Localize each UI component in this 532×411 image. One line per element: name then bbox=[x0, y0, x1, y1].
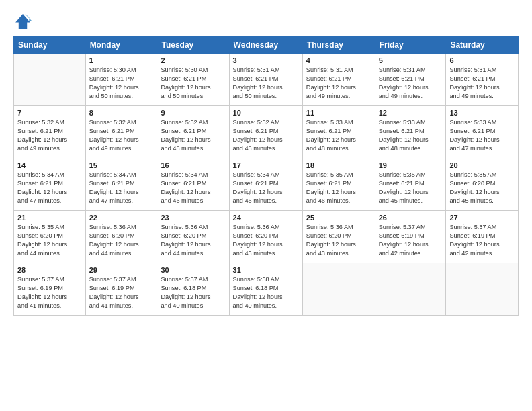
day-info: Sunrise: 5:37 AMSunset: 6:19 PMDaylight:… bbox=[449, 223, 515, 258]
day-number: 31 bbox=[233, 266, 299, 274]
header-friday: Friday bbox=[375, 37, 446, 54]
day-number: 11 bbox=[306, 109, 371, 117]
day-info: Sunrise: 5:30 AMSunset: 6:21 PMDaylight:… bbox=[161, 66, 225, 101]
day-number: 5 bbox=[379, 56, 443, 64]
day-number: 25 bbox=[306, 214, 371, 222]
day-info: Sunrise: 5:30 AMSunset: 6:21 PMDaylight:… bbox=[89, 66, 154, 101]
calendar-cell: 28Sunrise: 5:37 AMSunset: 6:19 PMDayligh… bbox=[14, 263, 86, 316]
calendar-cell: 14Sunrise: 5:34 AMSunset: 6:21 PMDayligh… bbox=[14, 158, 86, 211]
day-info: Sunrise: 5:35 AMSunset: 6:21 PMDaylight:… bbox=[306, 171, 371, 205]
header-tuesday: Tuesday bbox=[157, 37, 229, 54]
calendar-week-5: 28Sunrise: 5:37 AMSunset: 6:19 PMDayligh… bbox=[14, 263, 519, 316]
calendar-cell: 10Sunrise: 5:32 AMSunset: 6:21 PMDayligh… bbox=[229, 106, 302, 158]
day-number: 8 bbox=[89, 109, 154, 117]
header-saturday: Saturday bbox=[446, 37, 519, 54]
calendar-header-row: SundayMondayTuesdayWednesdayThursdayFrid… bbox=[14, 37, 519, 54]
calendar-cell: 19Sunrise: 5:35 AMSunset: 6:21 PMDayligh… bbox=[375, 158, 446, 211]
calendar-cell: 1Sunrise: 5:30 AMSunset: 6:21 PMDaylight… bbox=[85, 54, 157, 106]
day-info: Sunrise: 5:36 AMSunset: 6:20 PMDaylight:… bbox=[161, 223, 225, 258]
header bbox=[13, 12, 519, 31]
day-number: 15 bbox=[89, 161, 154, 169]
calendar-cell: 24Sunrise: 5:36 AMSunset: 6:20 PMDayligh… bbox=[229, 211, 302, 263]
day-number: 21 bbox=[17, 214, 82, 222]
day-number: 2 bbox=[161, 56, 225, 64]
day-info: Sunrise: 5:36 AMSunset: 6:20 PMDaylight:… bbox=[306, 223, 371, 258]
calendar-cell bbox=[446, 263, 519, 316]
day-number: 1 bbox=[89, 56, 154, 64]
calendar-cell: 4Sunrise: 5:31 AMSunset: 6:21 PMDaylight… bbox=[302, 54, 375, 106]
calendar-week-4: 21Sunrise: 5:35 AMSunset: 6:20 PMDayligh… bbox=[14, 211, 519, 263]
day-info: Sunrise: 5:33 AMSunset: 6:21 PMDaylight:… bbox=[306, 118, 371, 153]
calendar-week-2: 7Sunrise: 5:32 AMSunset: 6:21 PMDaylight… bbox=[14, 106, 519, 158]
day-number: 7 bbox=[17, 109, 82, 117]
day-info: Sunrise: 5:34 AMSunset: 6:21 PMDaylight:… bbox=[17, 171, 82, 205]
day-info: Sunrise: 5:37 AMSunset: 6:18 PMDaylight:… bbox=[161, 275, 225, 310]
day-info: Sunrise: 5:32 AMSunset: 6:21 PMDaylight:… bbox=[89, 118, 154, 153]
calendar-cell bbox=[302, 263, 375, 316]
day-info: Sunrise: 5:35 AMSunset: 6:21 PMDaylight:… bbox=[379, 171, 443, 205]
calendar-cell: 17Sunrise: 5:34 AMSunset: 6:21 PMDayligh… bbox=[229, 158, 302, 211]
calendar-cell: 16Sunrise: 5:34 AMSunset: 6:21 PMDayligh… bbox=[157, 158, 229, 211]
calendar-cell: 18Sunrise: 5:35 AMSunset: 6:21 PMDayligh… bbox=[302, 158, 375, 211]
calendar-cell: 26Sunrise: 5:37 AMSunset: 6:19 PMDayligh… bbox=[375, 211, 446, 263]
calendar-cell: 25Sunrise: 5:36 AMSunset: 6:20 PMDayligh… bbox=[302, 211, 375, 263]
day-info: Sunrise: 5:31 AMSunset: 6:21 PMDaylight:… bbox=[449, 66, 515, 101]
header-wednesday: Wednesday bbox=[229, 37, 302, 54]
day-number: 16 bbox=[161, 161, 225, 169]
calendar-cell: 22Sunrise: 5:36 AMSunset: 6:20 PMDayligh… bbox=[85, 211, 157, 263]
day-number: 28 bbox=[17, 266, 82, 274]
day-number: 12 bbox=[379, 109, 443, 117]
day-info: Sunrise: 5:31 AMSunset: 6:21 PMDaylight:… bbox=[379, 66, 443, 101]
day-number: 3 bbox=[233, 56, 299, 64]
day-number: 30 bbox=[161, 266, 225, 274]
day-info: Sunrise: 5:32 AMSunset: 6:21 PMDaylight:… bbox=[161, 118, 225, 153]
day-number: 24 bbox=[233, 214, 299, 222]
day-number: 26 bbox=[379, 214, 443, 222]
svg-marker-0 bbox=[15, 14, 30, 29]
day-number: 17 bbox=[233, 161, 299, 169]
header-monday: Monday bbox=[85, 37, 157, 54]
day-info: Sunrise: 5:32 AMSunset: 6:21 PMDaylight:… bbox=[17, 118, 82, 153]
calendar-table: SundayMondayTuesdayWednesdayThursdayFrid… bbox=[13, 36, 519, 316]
day-info: Sunrise: 5:34 AMSunset: 6:21 PMDaylight:… bbox=[89, 171, 154, 205]
calendar-cell: 27Sunrise: 5:37 AMSunset: 6:19 PMDayligh… bbox=[446, 211, 519, 263]
day-info: Sunrise: 5:33 AMSunset: 6:21 PMDaylight:… bbox=[449, 118, 515, 153]
calendar-cell bbox=[14, 54, 86, 106]
day-number: 9 bbox=[161, 109, 225, 117]
day-number: 29 bbox=[89, 266, 154, 274]
page: SundayMondayTuesdayWednesdayThursdayFrid… bbox=[0, 0, 532, 411]
day-info: Sunrise: 5:36 AMSunset: 6:20 PMDaylight:… bbox=[233, 223, 299, 258]
calendar-cell: 6Sunrise: 5:31 AMSunset: 6:21 PMDaylight… bbox=[446, 54, 519, 106]
day-number: 20 bbox=[449, 161, 515, 169]
calendar-cell: 20Sunrise: 5:35 AMSunset: 6:20 PMDayligh… bbox=[446, 158, 519, 211]
day-number: 23 bbox=[161, 214, 225, 222]
calendar-cell: 3Sunrise: 5:31 AMSunset: 6:21 PMDaylight… bbox=[229, 54, 302, 106]
calendar-cell bbox=[375, 263, 446, 316]
day-number: 6 bbox=[449, 56, 515, 64]
day-info: Sunrise: 5:37 AMSunset: 6:19 PMDaylight:… bbox=[89, 275, 154, 310]
day-number: 27 bbox=[449, 214, 515, 222]
header-sunday: Sunday bbox=[14, 37, 86, 54]
calendar-cell: 23Sunrise: 5:36 AMSunset: 6:20 PMDayligh… bbox=[157, 211, 229, 263]
day-info: Sunrise: 5:32 AMSunset: 6:21 PMDaylight:… bbox=[233, 118, 299, 153]
calendar-cell: 12Sunrise: 5:33 AMSunset: 6:21 PMDayligh… bbox=[375, 106, 446, 158]
day-number: 10 bbox=[233, 109, 299, 117]
header-thursday: Thursday bbox=[302, 37, 375, 54]
day-info: Sunrise: 5:31 AMSunset: 6:21 PMDaylight:… bbox=[306, 66, 371, 101]
day-number: 19 bbox=[379, 161, 443, 169]
day-info: Sunrise: 5:34 AMSunset: 6:21 PMDaylight:… bbox=[161, 171, 225, 205]
logo-icon bbox=[13, 12, 32, 31]
calendar-cell: 30Sunrise: 5:37 AMSunset: 6:18 PMDayligh… bbox=[157, 263, 229, 316]
day-number: 13 bbox=[449, 109, 515, 117]
day-info: Sunrise: 5:38 AMSunset: 6:18 PMDaylight:… bbox=[233, 275, 299, 310]
day-number: 4 bbox=[306, 56, 371, 64]
day-info: Sunrise: 5:37 AMSunset: 6:19 PMDaylight:… bbox=[17, 275, 82, 310]
day-info: Sunrise: 5:34 AMSunset: 6:21 PMDaylight:… bbox=[233, 171, 299, 205]
day-number: 22 bbox=[89, 214, 154, 222]
calendar-cell: 2Sunrise: 5:30 AMSunset: 6:21 PMDaylight… bbox=[157, 54, 229, 106]
calendar-cell: 15Sunrise: 5:34 AMSunset: 6:21 PMDayligh… bbox=[85, 158, 157, 211]
calendar-cell: 11Sunrise: 5:33 AMSunset: 6:21 PMDayligh… bbox=[302, 106, 375, 158]
day-number: 14 bbox=[17, 161, 82, 169]
calendar-cell: 9Sunrise: 5:32 AMSunset: 6:21 PMDaylight… bbox=[157, 106, 229, 158]
day-info: Sunrise: 5:33 AMSunset: 6:21 PMDaylight:… bbox=[379, 118, 443, 153]
